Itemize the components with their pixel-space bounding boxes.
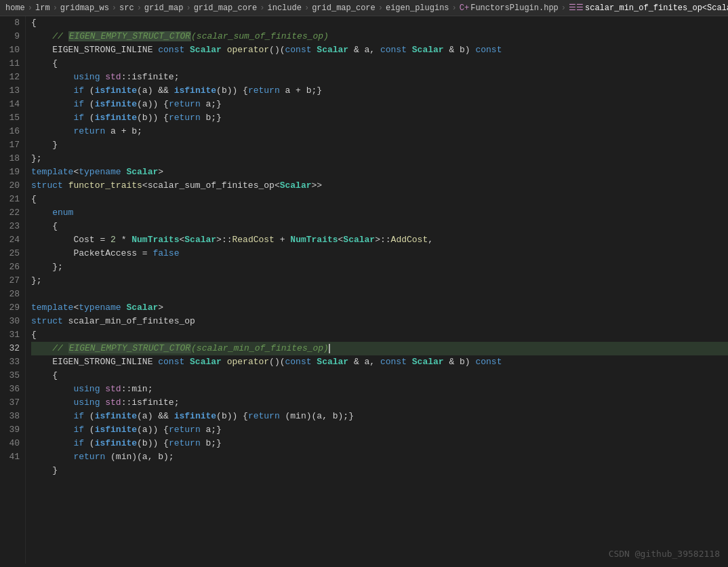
code-line-36: using std::min; (31, 383, 728, 396)
breadcrumb-include[interactable]: include (268, 3, 302, 13)
line-num-20: 20 (3, 179, 20, 193)
line-num-26: 26 (3, 260, 20, 274)
line-num-14: 14 (3, 98, 20, 111)
line-num-12: 12 (3, 71, 20, 84)
breadcrumb-lrm[interactable]: lrm (35, 3, 50, 13)
line-num-21: 21 (3, 193, 20, 206)
code-line-29: template<typename Scalar> (31, 301, 728, 315)
line-num-16: 16 (3, 125, 20, 138)
code-line-40: if (isfinite(b)) {return b;} (31, 437, 728, 450)
line-num-36: 36 (3, 383, 20, 396)
code-line-32: // EIGEN_EMPTY_STRUCT_CTOR(scalar_min_of… (31, 342, 728, 355)
breadcrumb-cpp-icon: C+ (460, 3, 469, 13)
line-num-19: 19 (3, 165, 20, 179)
line-num-35: 35 (3, 369, 20, 383)
line-num-33: 33 (3, 355, 20, 369)
line-num-37: 37 (3, 396, 20, 410)
line-num-40: 40 (3, 437, 20, 450)
code-line-13: if (isfinite(a) && isfinite(b)) {return … (31, 84, 728, 98)
breadcrumb-gridmap-ws[interactable]: gridmap_ws (60, 3, 109, 13)
code-line-26: }; (31, 260, 728, 274)
code-line-19: template<typename Scalar> (31, 165, 728, 179)
line-num-8: 8 (3, 16, 20, 30)
code-line-39: if (isfinite(a)) {return a;} (31, 423, 728, 437)
line-num-11: 11 (3, 57, 20, 71)
line-num-29: 29 (3, 301, 20, 315)
line-num-17: 17 (3, 138, 20, 152)
line-num-9: 9 (3, 30, 20, 43)
code-line-35: { (31, 369, 728, 383)
watermark: CSDN @github_39582118 (609, 549, 720, 559)
code-line-37: using std::isfinite; (31, 396, 728, 410)
code-line-9: // EIGEN_EMPTY_STRUCT_CTOR(scalar_sum_of… (31, 30, 728, 43)
line-num-10: 10 (3, 43, 20, 57)
line-num-23: 23 (3, 220, 20, 233)
code-line-25: PacketAccess = false (31, 247, 728, 260)
code-line-28 (31, 288, 728, 301)
code-line-22: enum (31, 206, 728, 220)
code-line-10: EIGEN_STRONG_INLINE const Scalar operato… (31, 43, 728, 57)
line-num-13: 13 (3, 84, 20, 98)
breadcrumb-eigen-plugins[interactable]: eigen_plugins (386, 3, 449, 13)
code-editor[interactable]: { // EIGEN_EMPTY_STRUCT_CTOR(scalar_sum_… (26, 16, 728, 564)
code-line-41: return (min)(a, b); (31, 450, 728, 464)
code-line-11: { (31, 57, 728, 71)
code-line-20: struct functor_traits<scalar_sum_of_fini… (31, 179, 728, 193)
line-num-38: 38 (3, 410, 20, 423)
breadcrumb-grid-map-core2[interactable]: grid_map_core (312, 3, 376, 13)
code-line-21: { (31, 193, 728, 206)
breadcrumb-grid-map-core[interactable]: grid_map_core (194, 3, 258, 13)
code-line-16: return a + b; (31, 125, 728, 138)
line-num-32: 32 (3, 342, 20, 355)
code-line-12: using std::isfinite; (31, 71, 728, 84)
line-numbers: 8 9 10 11 12 13 14 15 16 17 18 19 20 21 … (0, 16, 26, 564)
line-num-22: 22 (3, 206, 20, 220)
code-line-33: EIGEN_STRONG_INLINE const Scalar operato… (31, 355, 728, 369)
code-line-8: { (31, 16, 728, 30)
line-num-28: 28 (3, 288, 20, 301)
code-line-18: }; (31, 152, 728, 165)
line-num-41: 41 (3, 450, 20, 464)
code-line-30: struct scalar_min_of_finites_op (31, 315, 728, 328)
code-line-15: if (isfinite(b)) {return b;} (31, 111, 728, 125)
breadcrumb-home[interactable]: home (5, 3, 25, 13)
line-num-18: 18 (3, 152, 20, 165)
code-line-23: { (31, 220, 728, 233)
code-line-14: if (isfinite(a)) {return a;} (31, 98, 728, 111)
code-line-42: } (31, 464, 728, 477)
code-line-27: }; (31, 274, 728, 288)
line-num-24: 24 (3, 233, 20, 247)
line-num-25: 25 (3, 247, 20, 260)
code-line-17: } (31, 138, 728, 152)
code-container: 8 9 10 11 12 13 14 15 16 17 18 19 20 21 … (0, 16, 728, 564)
breadcrumb-bar: home › lrm › gridmap_ws › src › grid_map… (0, 0, 728, 16)
code-line-31: { (31, 328, 728, 342)
line-num-30: 30 (3, 315, 20, 328)
breadcrumb-symbol-icon: ☰☰ (569, 3, 584, 13)
breadcrumb-grid-map[interactable]: grid_map (144, 3, 184, 13)
line-num-39: 39 (3, 423, 20, 437)
line-num-27: 27 (3, 274, 20, 288)
code-line-38: if (isfinite(a) && isfinite(b)) {return … (31, 410, 728, 423)
breadcrumb-src[interactable]: src (119, 3, 134, 13)
line-num-31: 31 (3, 328, 20, 342)
breadcrumb-functors-plugin[interactable]: FunctorsPlugin.hpp (470, 3, 559, 13)
line-num-15: 15 (3, 111, 20, 125)
code-line-24: Cost = 2 * NumTraits<Scalar>::ReadCost +… (31, 233, 728, 247)
breadcrumb-scalar-min: scalar_min_of_finites_op<Scalar> (585, 3, 728, 13)
